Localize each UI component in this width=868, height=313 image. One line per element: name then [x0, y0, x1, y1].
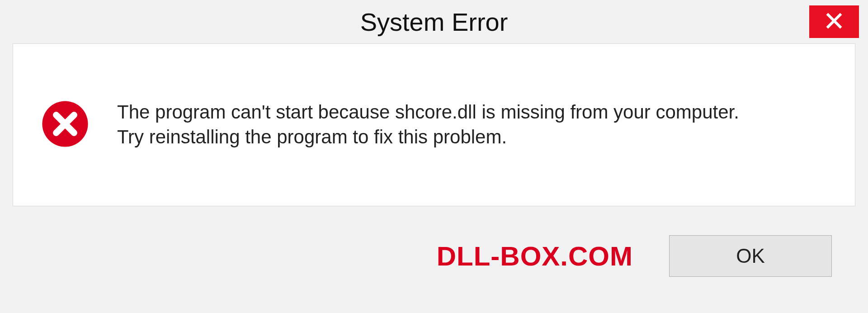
close-icon [825, 12, 843, 32]
titlebar: System Error [0, 0, 868, 43]
error-message: The program can't start because shcore.d… [117, 100, 739, 149]
error-message-line2: Try reinstalling the program to fix this… [117, 125, 739, 150]
error-dialog: System Error The program can't start bec… [0, 0, 868, 313]
window-title: System Error [360, 7, 508, 37]
content-area: The program can't start because shcore.d… [13, 43, 855, 206]
error-message-line1: The program can't start because shcore.d… [117, 100, 739, 125]
watermark-text: DLL-BOX.COM [437, 241, 633, 272]
footer: DLL-BOX.COM OK [0, 206, 868, 306]
error-icon [40, 99, 90, 151]
ok-button[interactable]: OK [669, 235, 832, 277]
close-button[interactable] [809, 5, 859, 38]
